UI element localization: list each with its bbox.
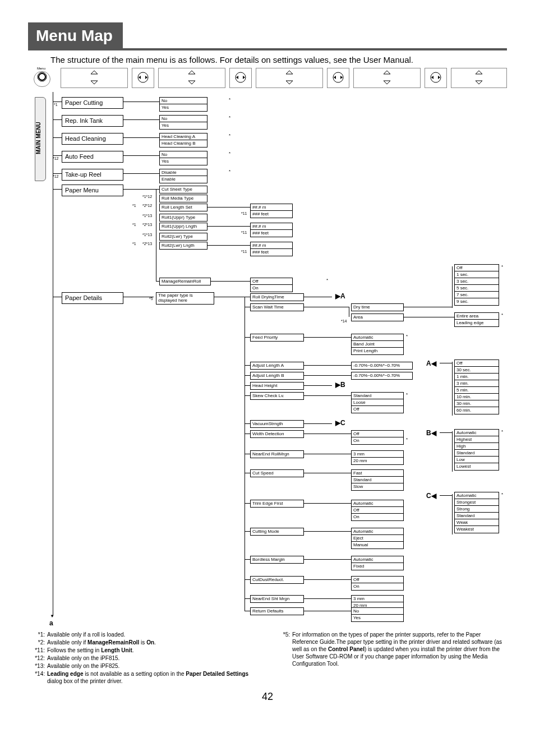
opt-20mm: 20 mm [351,457,404,465]
opt-manageremain: ManageRemainRoll [159,278,211,285]
ref-A: ▶A [335,292,345,300]
nav-updown-icon-4 [353,68,421,88]
opt-on: On [250,284,293,292]
svg-point-0 [39,73,45,80]
continuation-arrow: ▼ [50,614,54,619]
menu-head-cleaning: Head Cleaning [62,133,123,145]
nav-updown-icon-2 [158,68,225,88]
opt-yes: Yes [351,614,404,622]
ref-B: ▶B [335,381,345,389]
opt-roll2len: Roll2(Lwr) Lngth [159,242,207,250]
opt-rolldrying: Roll DryingTime [250,293,304,301]
tree-trunk [53,92,53,616]
opt-skew: Skew Check Lv. [250,392,304,400]
menu-takeup-reel: Take-up Reel [62,169,123,181]
opt-printlen: Print Length [351,347,404,355]
opt-range: -0.70%~0.00%*~0.70% [351,372,413,380]
ref-C: ▶C [335,419,345,427]
main-menu-tab: MAIN MENU [35,97,46,181]
val-ft: ### feet [250,248,293,256]
opt-bordless: Bordless Margin [250,556,304,564]
footnotes: *1:Available only if a roll is loaded.*2… [28,631,507,685]
opt-slow: Slow [351,483,404,491]
menu-paper-menu: Paper Menu [62,185,123,196]
opt-roll1len: Roll1(Uppr) Lngth [159,223,207,231]
nav-updown-icon-3 [256,68,323,88]
paper-type-note: The paper type is displayed here [156,292,214,305]
group-A: A◀ [426,359,436,367]
page-number: 42 [28,691,507,703]
nav-leftright-icon-3 [327,68,349,88]
opt-on: On [351,513,404,521]
opt-vacuum: VacuumStrngth [250,420,304,428]
page-title: Menu Map [28,22,123,48]
nav-updown-icon-5 [451,68,507,88]
opt-adjlena: Adjust Length A [250,362,304,370]
nav-leftright-icon [132,68,154,88]
opt-widthdet: Width Detection [250,430,304,438]
group-C: C◀ [426,492,436,500]
opt-yes: Yes [159,104,207,112]
val-ft: ### feet [250,210,293,218]
opt-fixed: Fixed [351,563,404,570]
title-bar: Menu Map [28,22,507,50]
opt-roll2type: Roll2(Lwr) Type [159,233,207,241]
opt-yes: Yes [159,158,207,165]
opt-feedpriority: Feed Priority [250,334,304,342]
header-row [28,67,510,89]
opt-cuttingmode: Cutting Mode [250,528,304,536]
opt-area: Area [351,314,404,321]
opt-yes: Yes [159,122,207,130]
menu-button-icon [34,71,50,87]
opt-manual: Manual [351,541,404,549]
opt-cutdust: CutDustReduct. [250,576,304,584]
opt-drytime: Dry time [351,303,404,311]
opt-adjlenb: Adjust Length B [250,372,304,380]
group-B: B◀ [426,429,436,437]
menu-paper-details: Paper Details [62,292,123,304]
opt-head-b: Head Cleaning B [159,140,207,147]
opt-rolllenset: Roll Length Set [159,204,207,211]
opt-rollmedia: Roll Media Type [159,195,207,202]
menu-rep-ink-tank: Rep. Ink Tank [62,115,123,127]
opt-range: -0.70%~0.00%*~0.70% [351,362,413,370]
opt-trimedge: Trim Edge First [250,500,304,508]
opt-enable: Enable [159,176,207,183]
menu-auto-feed: Auto Feed [62,151,123,163]
opt-returndef: Return Defaults [250,607,304,615]
opt-headheight: Head Height [250,382,304,390]
nav-leftright-icon-2 [229,68,252,88]
opt-cutsheet: Cut Sheet Type [159,186,207,193]
opt-scanwait: Scan Wait Time [250,303,304,311]
opt-nearendroll: NearEnd RollMrgn [250,450,304,458]
intro-text: The structure of the main menu is as fol… [50,55,507,64]
menu-diagram: Menu MAIN MENU [28,67,510,628]
val-ft: ### feet [250,229,293,237]
opt-off: Off [351,405,404,413]
opt-cutspeed: Cut Speed [250,469,304,477]
nav-updown-icon [61,68,128,88]
continuation-label: a [49,619,53,627]
opt-roll1type: Roll1(Uppr) Type [159,214,207,222]
opt-on: On [351,583,404,591]
opt-on: On [351,437,404,445]
nav-leftright-icon-4 [425,68,447,88]
menu-paper-cutting: Paper Cutting [62,97,123,109]
opt-nearendsht: NearEnd Sht Mrgn [250,595,304,603]
